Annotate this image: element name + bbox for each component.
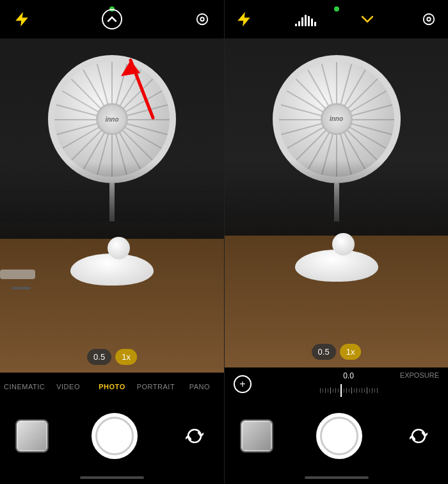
fan-logo-left: inno xyxy=(105,116,118,123)
fan-logo-right: inno xyxy=(330,115,343,122)
exposure-slider[interactable] xyxy=(258,384,439,397)
flash-button-right[interactable] xyxy=(234,9,254,29)
mode-video[interactable]: VIDEO xyxy=(46,383,90,391)
exposure-plus-button[interactable]: + xyxy=(234,375,252,393)
settings-button-right[interactable] xyxy=(419,9,439,29)
gallery-thumbnail-left[interactable] xyxy=(15,419,49,453)
left-camera-panel: inno 0.5 1x xyxy=(0,0,224,484)
mode-pano[interactable]: PANO xyxy=(178,383,221,391)
right-viewfinder[interactable]: inno 0.5 1x xyxy=(225,38,448,367)
zoom-controls-right: 0.5 1x xyxy=(312,344,362,360)
svg-point-6 xyxy=(424,14,435,25)
chevron-up-button[interactable] xyxy=(102,9,122,29)
exposure-label: EXPOSURE xyxy=(400,371,439,379)
green-indicator-right xyxy=(334,6,339,12)
chevron-down-button[interactable] xyxy=(357,9,378,29)
zoom-1x-button-left[interactable]: 1x xyxy=(115,349,137,365)
svg-point-3 xyxy=(197,14,208,25)
mode-photo[interactable]: PHOTO xyxy=(90,383,134,391)
mode-cinematic[interactable]: CINEMATIC xyxy=(3,383,46,391)
svg-marker-5 xyxy=(239,13,250,25)
left-top-bar xyxy=(0,0,224,38)
shutter-button-right[interactable] xyxy=(316,413,362,459)
flip-camera-button-right[interactable] xyxy=(404,422,433,450)
zoom-0.5-button-left[interactable]: 0.5 xyxy=(87,349,111,365)
settings-button[interactable] xyxy=(192,9,212,29)
gallery-thumbnail-right[interactable] xyxy=(240,419,273,453)
right-camera-panel: inno 0.5 1x + xyxy=(224,0,448,484)
right-top-bar xyxy=(225,0,448,38)
exposure-control: + 0.0 EXPOSURE xyxy=(225,367,448,401)
zoom-0.5-button-right[interactable]: 0.5 xyxy=(312,344,336,360)
shutter-button-left[interactable] xyxy=(92,413,138,459)
audio-level-indicator xyxy=(295,12,316,26)
camera-controls-right xyxy=(225,401,448,471)
zoom-controls-left: 0.5 1x xyxy=(87,349,137,365)
camera-controls-left xyxy=(0,401,224,471)
svg-point-4 xyxy=(200,17,204,21)
home-indicator-left xyxy=(0,471,224,484)
svg-point-7 xyxy=(427,17,431,21)
left-viewfinder[interactable]: inno 0.5 1x xyxy=(0,38,224,373)
home-indicator-right xyxy=(225,471,448,484)
svg-marker-0 xyxy=(17,13,28,25)
flip-camera-button-left[interactable] xyxy=(180,422,209,450)
zoom-1x-button-right[interactable]: 1x xyxy=(340,344,362,360)
mode-portrait[interactable]: PORTRAIT xyxy=(134,383,177,391)
camera-mode-selector-left: CINEMATIC VIDEO PHOTO PORTRAIT PANO xyxy=(0,373,224,401)
exposure-value: 0.0 xyxy=(343,371,354,380)
flash-button[interactable] xyxy=(12,9,32,29)
